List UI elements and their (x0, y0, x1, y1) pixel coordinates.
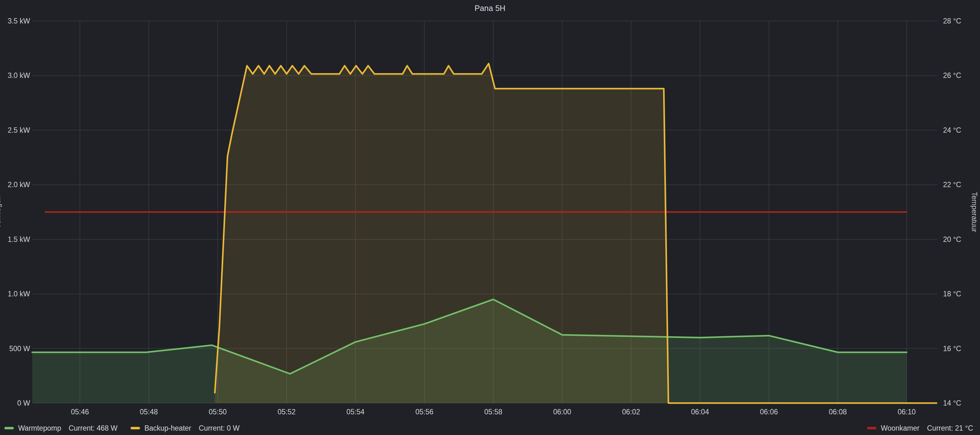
legend-swatch-icon (5, 427, 14, 429)
x-axis-tick-label: 05:52 (264, 408, 309, 416)
legend-series-name: Woonkamer (881, 424, 920, 432)
legend-swatch-icon (867, 427, 877, 429)
legend-current-value: Current: 0 W (199, 424, 240, 432)
legend-item-backup-heater[interactable]: Backup-heaterCurrent: 0 W (130, 424, 240, 432)
x-axis-tick-label: 06:10 (885, 408, 929, 416)
y-axis-left-tick-label: 1.0 kW (0, 289, 30, 298)
y-axis-left-tick-label: 0 W (0, 399, 30, 408)
right-axis-title: Temperatuur (970, 21, 978, 403)
y-axis-left-tick-label: 1.5 kW (0, 235, 30, 244)
legend-series-name: Warmtepomp (18, 424, 61, 432)
y-axis-left-tick-label: 2.5 kW (0, 126, 30, 135)
x-axis-tick-label: 05:50 (196, 408, 240, 416)
legend-series-name: Backup-heater (144, 424, 191, 432)
y-axis-right-tick-label: 20 °C (943, 235, 961, 244)
y-axis-right-tick-label: 24 °C (943, 126, 961, 135)
legend-item-woonkamer[interactable]: WoonkamerCurrent: 21 °C (867, 424, 973, 432)
y-axis-right-tick-label: 14 °C (943, 399, 961, 408)
y-axis-left-tick-label: 3.5 kW (0, 17, 30, 25)
legend-item-warmtepomp[interactable]: WarmtepompCurrent: 468 W (5, 424, 118, 432)
grafana-panel: Pana 5H 0 W500 W1.0 kW1.5 kW2.0 kW2.5 kW… (0, 0, 980, 435)
legend-swatch-icon (130, 427, 140, 429)
x-axis-tick-label: 05:48 (127, 408, 171, 416)
x-axis-tick-label: 06:04 (678, 408, 722, 416)
left-axis-title: Vermogen (0, 21, 2, 403)
chart-plot-area[interactable] (0, 0, 980, 435)
x-axis-tick-label: 05:46 (58, 408, 102, 416)
x-axis-tick-label: 06:02 (609, 408, 653, 416)
x-axis-tick-label: 06:08 (816, 408, 860, 416)
y-axis-right-tick-label: 26 °C (943, 71, 961, 80)
y-axis-right-tick-label: 16 °C (943, 344, 961, 353)
y-axis-left-tick-label: 2.0 kW (0, 180, 30, 189)
x-axis-tick-label: 06:06 (747, 408, 791, 416)
legend-current-value: Current: 21 °C (927, 424, 973, 432)
x-axis-tick-label: 05:58 (471, 408, 515, 416)
x-axis-tick-label: 06:00 (541, 408, 584, 416)
y-axis-right-tick-label: 28 °C (943, 17, 961, 25)
y-axis-left-tick-label: 3.0 kW (0, 71, 30, 80)
y-axis-left-tick-label: 500 W (0, 344, 30, 353)
legend: WarmtepompCurrent: 468 WBackup-heaterCur… (5, 422, 973, 434)
x-axis-tick-label: 05:54 (333, 408, 377, 416)
y-axis-right-tick-label: 18 °C (943, 289, 961, 298)
x-axis-tick-label: 05:56 (402, 408, 446, 416)
y-axis-right-tick-label: 22 °C (943, 180, 961, 189)
legend-current-value: Current: 468 W (68, 424, 118, 432)
